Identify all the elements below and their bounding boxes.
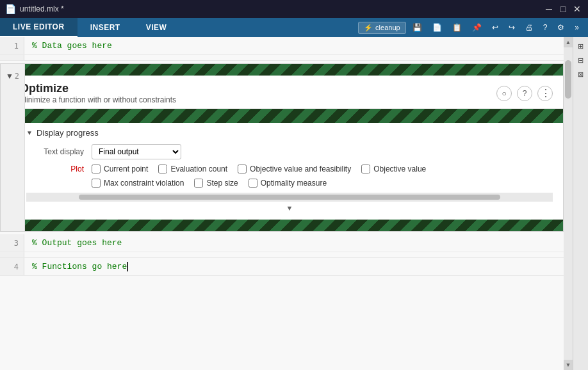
optimize-subtitle: Minimize a function with or without cons… xyxy=(20,95,176,104)
save-icon-btn[interactable]: 💾 xyxy=(409,22,426,33)
more-options-button[interactable]: ⋮ xyxy=(537,86,553,101)
code-line-4: 4 % Functions go here​ xyxy=(0,258,564,276)
checkbox-obj-feasibility-label: Objective value and feasibility xyxy=(250,165,351,173)
optimize-line-num: 2 xyxy=(1,64,25,231)
title-bar: 📄 untitled.mlx * ─ □ ✕ xyxy=(0,0,588,18)
copy-icon-btn[interactable]: 📋 xyxy=(448,22,466,33)
line-num-sep1 xyxy=(0,55,24,60)
checkbox-step-size-input[interactable] xyxy=(194,179,203,188)
v-scroll-down-btn[interactable]: ▼ xyxy=(564,360,573,370)
checkbox-group: Current point Evaluation count Objective… xyxy=(92,165,426,173)
code-text-4: % Functions go here xyxy=(32,262,127,271)
text-display-select[interactable]: Final output Iterative display None xyxy=(92,144,181,159)
checkbox-eval-count[interactable]: Evaluation count xyxy=(158,165,227,173)
expand-row[interactable]: ▼ xyxy=(26,202,553,214)
code-line-3: 3 % Output goes here xyxy=(0,234,564,252)
code-line-sep2 xyxy=(0,252,564,258)
paste-icon-btn[interactable]: 📌 xyxy=(468,22,486,33)
undo-icon-btn[interactable]: ↩ xyxy=(488,22,502,33)
code-line-1: 1 % Data goes here xyxy=(0,37,564,55)
editor-area: 1 % Data goes here 2 ▼ Optimize Minimize… xyxy=(0,37,588,370)
menu-right: ⚡ cleanup 💾 📄 📋 📌 ↩ ↪ 🖨 ? ⚙ » xyxy=(358,22,588,34)
help-button[interactable]: ? xyxy=(517,86,532,101)
code-content-4[interactable]: % Functions go here​ xyxy=(24,258,564,275)
v-scrollbar: ▲ ▼ xyxy=(564,37,573,370)
checkbox-current-point[interactable]: Current point xyxy=(92,165,148,173)
checkbox-step-size-label: Step size xyxy=(206,179,238,188)
plot-label: Plot xyxy=(26,165,84,173)
line-num-3: 3 xyxy=(0,234,24,252)
settings-icon-btn[interactable]: ⚙ xyxy=(553,22,568,33)
help-icon-btn[interactable]: ? xyxy=(539,22,551,33)
chevron-down-icon: ▼ xyxy=(26,129,33,136)
checkbox-obj-value-input[interactable] xyxy=(361,165,370,173)
checkbox-optimality[interactable]: Optimality measure xyxy=(249,179,327,188)
plot-row: Plot Current point Evaluation count O xyxy=(26,165,553,173)
zigzag-top xyxy=(25,64,563,76)
checkbox-eval-count-input[interactable] xyxy=(158,165,167,173)
checkbox-optimality-input[interactable] xyxy=(249,179,257,188)
expand-icon: ▼ xyxy=(286,204,293,212)
code-content-3[interactable]: % Output goes here xyxy=(24,234,564,252)
text-display-label: Text display xyxy=(26,147,84,156)
display-progress-header[interactable]: ▼ Display progress xyxy=(26,128,553,138)
optimize-header: ▼ Optimize Minimize a function with or w… xyxy=(1,76,563,109)
h-scrollbar[interactable] xyxy=(26,193,553,202)
checkbox-max-constraint-input[interactable] xyxy=(92,179,101,188)
menu-bar: LIVE EDITOR INSERT VIEW ⚡ cleanup 💾 📄 📋 … xyxy=(0,18,588,37)
close-button[interactable]: ✕ xyxy=(571,3,583,15)
h-scrollbar-thumb xyxy=(79,195,500,200)
zigzag-bottom xyxy=(25,220,563,231)
v-scroll-track[interactable] xyxy=(564,47,573,360)
optimize-block: 2 ▼ Optimize Minimize a function with or… xyxy=(0,63,564,232)
right-sidebar: ⊞ ⊟ ⊠ xyxy=(573,37,588,370)
filename-label: untitled.mlx * xyxy=(20,4,64,13)
checkbox-max-constraint[interactable]: Max constraint violation xyxy=(92,179,184,188)
app-icon: 📄 xyxy=(5,4,16,14)
expand-icon-btn[interactable]: » xyxy=(571,22,583,33)
display-progress-section: ▼ Display progress Text display Final ou… xyxy=(1,123,563,220)
display-progress-label: Display progress xyxy=(37,128,99,138)
optimize-title-area: Optimize Minimize a function with or wit… xyxy=(20,82,176,104)
tab-insert[interactable]: INSERT xyxy=(78,18,133,37)
zigzag-middle xyxy=(25,109,563,123)
new-icon-btn[interactable]: 📄 xyxy=(429,22,446,33)
cleanup-icon: ⚡ xyxy=(364,24,373,32)
line-num-4: 4 xyxy=(0,258,24,275)
checkbox-obj-value-label: Objective value xyxy=(373,165,426,173)
checkbox-current-point-input[interactable] xyxy=(92,165,101,173)
restore-button[interactable]: □ xyxy=(557,3,569,15)
cleanup-label: cleanup xyxy=(375,24,400,31)
sidebar-grid-top-icon[interactable]: ⊞ xyxy=(575,40,587,52)
checkbox-obj-feasibility-input[interactable] xyxy=(238,165,247,173)
plot-row-2: Max constraint violation Step size Optim… xyxy=(26,179,553,188)
collapse-arrow-icon[interactable]: ▼ xyxy=(6,72,13,81)
radio-button[interactable]: ○ xyxy=(496,86,512,101)
editor-content: 1 % Data goes here 2 ▼ Optimize Minimize… xyxy=(0,37,564,370)
tab-live-editor[interactable]: LIVE EDITOR xyxy=(0,18,78,37)
code-content-1[interactable]: % Data goes here xyxy=(24,37,564,54)
code-line-sep1 xyxy=(0,55,564,61)
redo-icon-btn[interactable]: ↪ xyxy=(505,22,519,33)
cleanup-button[interactable]: ⚡ cleanup xyxy=(358,22,406,34)
optimize-controls: ○ ? ⋮ xyxy=(496,86,553,101)
title-bar-controls: ─ □ ✕ xyxy=(543,3,583,15)
tab-view[interactable]: VIEW xyxy=(133,18,180,37)
line-num-1: 1 xyxy=(0,37,24,54)
print-icon-btn[interactable]: 🖨 xyxy=(521,22,537,33)
checkbox-current-point-label: Current point xyxy=(104,165,148,173)
text-display-row: Text display Final output Iterative disp… xyxy=(26,144,553,159)
v-scroll-up-btn[interactable]: ▲ xyxy=(564,37,573,47)
optimize-title: Optimize xyxy=(20,82,176,95)
checkbox-max-constraint-label: Max constraint violation xyxy=(104,179,184,188)
minimize-button[interactable]: ─ xyxy=(543,3,555,15)
checkbox-obj-feasibility[interactable]: Objective value and feasibility xyxy=(238,165,351,173)
checkbox-group-2: Max constraint violation Step size Optim… xyxy=(92,179,327,188)
checkbox-obj-value[interactable]: Objective value xyxy=(361,165,426,173)
sidebar-grid-mid-icon[interactable]: ⊟ xyxy=(575,54,587,67)
checkbox-optimality-label: Optimality measure xyxy=(261,179,327,188)
checkbox-step-size[interactable]: Step size xyxy=(194,179,238,188)
sidebar-grid-bot-icon[interactable]: ⊠ xyxy=(575,68,587,81)
v-scroll-thumb xyxy=(565,60,571,99)
checkbox-eval-count-label: Evaluation count xyxy=(170,165,227,173)
